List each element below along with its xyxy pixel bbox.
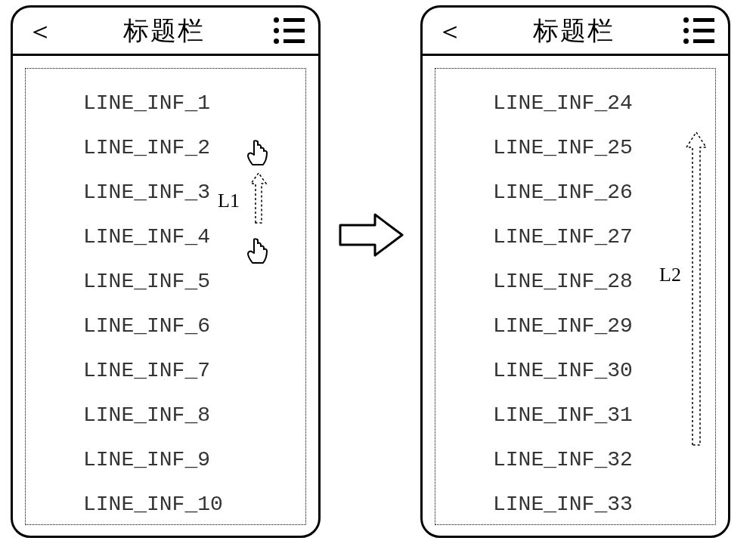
list-item[interactable]: LINE_INF_25: [435, 125, 715, 170]
title-bar: ＜ 标题栏: [13, 8, 318, 56]
page-title: 标题栏: [463, 14, 683, 48]
diagram-stage: ＜ 标题栏 LINE_INF_1 LINE_INF_2 LINE_INF_3 L…: [0, 0, 756, 550]
list-item[interactable]: LINE_INF_7: [26, 348, 305, 393]
menu-icon[interactable]: [683, 17, 714, 44]
list-item[interactable]: LINE_INF_10: [26, 482, 305, 527]
list-container[interactable]: LINE_INF_1 LINE_INF_2 LINE_INF_3 LINE_IN…: [25, 68, 306, 525]
list-item[interactable]: LINE_INF_9: [26, 437, 305, 482]
phone-after: ＜ 标题栏 LINE_INF_24 LINE_INF_25 LINE_INF_2…: [420, 5, 730, 538]
pointer-cursor-icon: [243, 138, 271, 168]
back-button[interactable]: ＜: [436, 17, 463, 45]
list-item[interactable]: LINE_INF_1: [26, 81, 305, 125]
list-item[interactable]: LINE_INF_26: [435, 170, 715, 215]
list-item[interactable]: LINE_INF_33: [435, 482, 715, 527]
list-item[interactable]: LINE_INF_32: [435, 437, 715, 482]
list: LINE_INF_24 LINE_INF_25 LINE_INF_26 LINE…: [435, 81, 715, 527]
list-item[interactable]: LINE_INF_27: [435, 215, 715, 259]
title-bar: ＜ 标题栏: [423, 8, 728, 56]
list-item[interactable]: LINE_INF_6: [26, 304, 305, 348]
list-item[interactable]: LINE_INF_29: [435, 304, 715, 348]
scroll-up-arrow-large: [685, 131, 708, 448]
list-item[interactable]: LINE_INF_31: [435, 393, 715, 437]
label-l2: L2: [659, 264, 681, 286]
list-item[interactable]: LINE_INF_30: [435, 348, 715, 393]
label-l1: L1: [218, 190, 240, 212]
list-item[interactable]: LINE_INF_8: [26, 393, 305, 437]
phone-before: ＜ 标题栏 LINE_INF_1 LINE_INF_2 LINE_INF_3 L…: [11, 5, 321, 538]
list-container[interactable]: LINE_INF_24 LINE_INF_25 LINE_INF_26 LINE…: [435, 68, 716, 525]
scroll-up-arrow-small: [249, 171, 268, 226]
menu-icon[interactable]: [274, 17, 305, 44]
list-item[interactable]: LINE_INF_24: [435, 81, 715, 125]
pointer-cursor-icon: [243, 236, 271, 267]
transition-arrow-icon: [339, 212, 405, 258]
back-button[interactable]: ＜: [26, 17, 54, 45]
page-title: 标题栏: [54, 14, 274, 48]
